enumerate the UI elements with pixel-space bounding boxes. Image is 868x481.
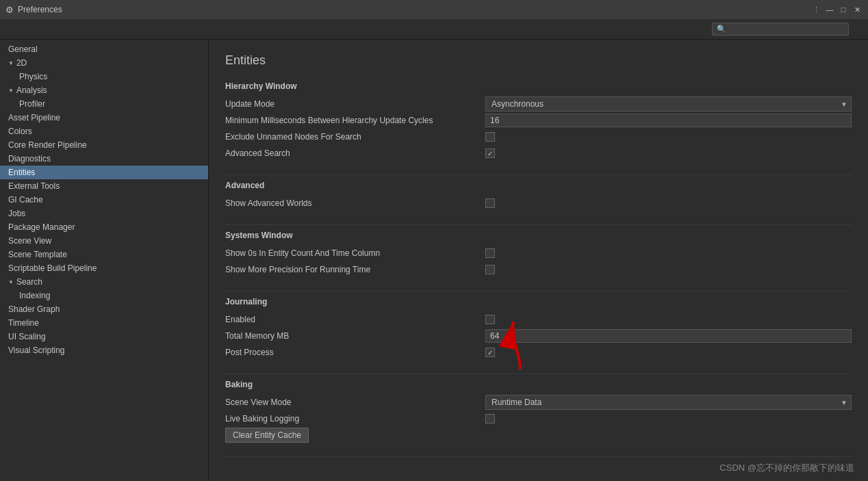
gear-icon: ⚙ [5,5,14,15]
setting-label-total-memory: Total Memory MB [225,331,485,341]
section-advanced: AdvancedShow Advanced Worlds [225,181,852,211]
sidebar-item-search[interactable]: ▼Search [0,275,208,289]
sidebar-header-search: ▼Search [8,277,203,287]
setting-label-update-mode: Update Mode [225,99,485,109]
show-advanced-worlds-checkbox[interactable] [485,198,495,208]
sidebar-item-2d[interactable]: ▼2D [0,56,208,70]
setting-label-exclude-unnamed: Exclude Unnamed Nodes For Search [225,132,485,142]
section-hierarchy-window: Hierarchy WindowUpdate ModeAsynchronousS… [225,81,852,161]
menu-icon[interactable]: ⋮ [810,4,821,15]
sidebar-item-ui-scaling[interactable]: UI Scaling [0,330,208,343]
setting-control-live-baking-logging [485,414,852,424]
sidebar-item-scene-view[interactable]: Scene View [0,234,208,248]
checkbox-wrapper-advanced-search [485,148,852,158]
sidebar: General▼2DPhysics▼AnalysisProfilerAsset … [0,40,209,481]
dropdown-wrapper-update-mode: AsynchronousSynchronousDisabled▼ [485,96,852,112]
show-0s-checkbox[interactable] [485,248,495,258]
total-memory-input[interactable] [485,329,852,343]
sidebar-item-timeline[interactable]: Timeline [0,316,208,330]
setting-label-post-process: Post Process [225,348,485,357]
update-mode-dropdown[interactable]: AsynchronousSynchronousDisabled [485,96,852,112]
sidebar-item-asset-pipeline[interactable]: Asset Pipeline [0,111,208,125]
sidebar-item-label: Analysis [16,86,47,95]
setting-control-post-process [485,348,852,357]
sidebar-header-2d: ▼2D [8,58,203,68]
sidebar-item-external-tools[interactable]: External Tools [0,179,208,193]
live-baking-logging-checkbox[interactable] [485,414,495,424]
search-wrapper: 🔍 [712,23,849,36]
sidebar-item-gi-cache[interactable]: GI Cache [0,193,208,207]
clear-entity-cache-button[interactable]: Clear Entity Cache [225,428,309,443]
sidebar-item-core-render-pipeline[interactable]: Core Render Pipeline [0,138,208,152]
setting-control-scene-view-mode: Runtime DataAuthoring DataMixed▼ [485,395,852,410]
sidebar-item-analysis[interactable]: ▼Analysis [0,83,208,97]
scene-view-mode-dropdown[interactable]: Runtime DataAuthoring DataMixed [485,395,852,410]
enabled-checkbox[interactable] [485,315,495,324]
main-layout: General▼2DPhysics▼AnalysisProfilerAsset … [0,40,868,481]
sidebar-item-label: 2D [16,58,27,68]
setting-label-show-more-precision: Show More Precision For Running Time [225,265,485,274]
sidebar-item-scriptable-build-pipeline[interactable]: Scriptable Build Pipeline [0,261,208,275]
setting-row-show-more-precision: Show More Precision For Running Time [225,262,852,277]
sidebar-item-package-manager[interactable]: Package Manager [0,220,208,234]
setting-label-show-advanced-worlds: Show Advanced Worlds [225,198,485,208]
title-bar-controls: ⋮ — □ ✕ [810,4,863,15]
section-title-hierarchy-window: Hierarchy Window [225,81,852,91]
section-title-systems-window: Systems Window [225,231,852,240]
dropdown-wrapper-scene-view-mode: Runtime DataAuthoring DataMixed▼ [485,395,852,410]
setting-label-enabled: Enabled [225,315,485,324]
setting-label-min-ms: Minimum Milliseconds Between Hierarchy U… [225,116,485,125]
setting-control-show-0s [485,248,852,258]
sidebar-header-analysis: ▼Analysis [8,86,203,95]
sidebar-item-colors[interactable]: Colors [0,125,208,138]
sidebar-item-indexing[interactable]: Indexing [0,289,208,302]
sidebar-item-jobs[interactable]: Jobs [0,207,208,220]
setting-control-update-mode: AsynchronousSynchronousDisabled▼ [485,96,852,112]
checkbox-wrapper-exclude-unnamed [485,132,852,142]
checkbox-wrapper-post-process [485,348,852,357]
watermark: CSDN @忘不掉的你那敞下的味道 [719,462,854,474]
sidebar-item-scene-template[interactable]: Scene Template [0,248,208,261]
minimize-button[interactable]: — [824,4,835,15]
sidebar-item-general[interactable]: General [0,42,208,56]
setting-row-clear-entity-cache: Clear Entity Cache [225,428,852,443]
setting-row-min-ms: Minimum Milliseconds Between Hierarchy U… [225,113,852,128]
min-ms-input[interactable] [485,114,852,127]
advanced-search-checkbox[interactable] [485,148,495,158]
setting-row-scene-view-mode: Scene View ModeRuntime DataAuthoring Dat… [225,395,852,410]
setting-row-advanced-search: Advanced Search [225,146,852,161]
setting-row-update-mode: Update ModeAsynchronousSynchronousDisabl… [225,96,852,112]
search-input[interactable] [729,25,844,34]
sidebar-item-physics[interactable]: Physics [0,70,208,83]
setting-label-show-0s: Show 0s In Entity Count And Time Column [225,248,485,258]
setting-control-min-ms [485,114,852,127]
sidebar-item-diagnostics[interactable]: Diagnostics [0,152,208,166]
checkbox-wrapper-show-0s [485,248,852,258]
section-title-baking: Baking [225,380,852,389]
setting-row-show-advanced-worlds: Show Advanced Worlds [225,196,852,211]
post-process-checkbox[interactable] [485,348,495,357]
section-divider [225,374,852,374]
sidebar-item-shader-graph[interactable]: Shader Graph [0,302,208,316]
setting-row-live-baking-logging: Live Baking Logging [225,411,852,426]
show-more-precision-checkbox[interactable] [485,265,495,274]
setting-row-post-process: Post Process [225,345,852,360]
setting-label-advanced-search: Advanced Search [225,148,485,158]
setting-control-exclude-unnamed [485,132,852,142]
title-bar-title: Preferences [18,5,62,14]
setting-control-show-more-precision [485,265,852,274]
exclude-unnamed-checkbox[interactable] [485,132,495,142]
setting-control-show-advanced-worlds [485,198,852,208]
section-baking: BakingScene View ModeRuntime DataAuthori… [225,380,852,443]
maximize-button[interactable]: □ [838,4,849,15]
close-button[interactable]: ✕ [852,4,863,15]
sidebar-item-entities[interactable]: Entities [0,166,208,179]
setting-row-exclude-unnamed: Exclude Unnamed Nodes For Search [225,129,852,144]
sidebar-item-label: Search [16,277,42,287]
title-bar: ⚙ Preferences ⋮ — □ ✕ [0,0,868,19]
sidebar-item-visual-scripting[interactable]: Visual Scripting [0,343,208,357]
sidebar-item-profiler[interactable]: Profiler [0,97,208,111]
setting-control-total-memory [485,329,852,343]
setting-control-advanced-search [485,148,852,158]
setting-row-enabled: Enabled [225,312,852,327]
